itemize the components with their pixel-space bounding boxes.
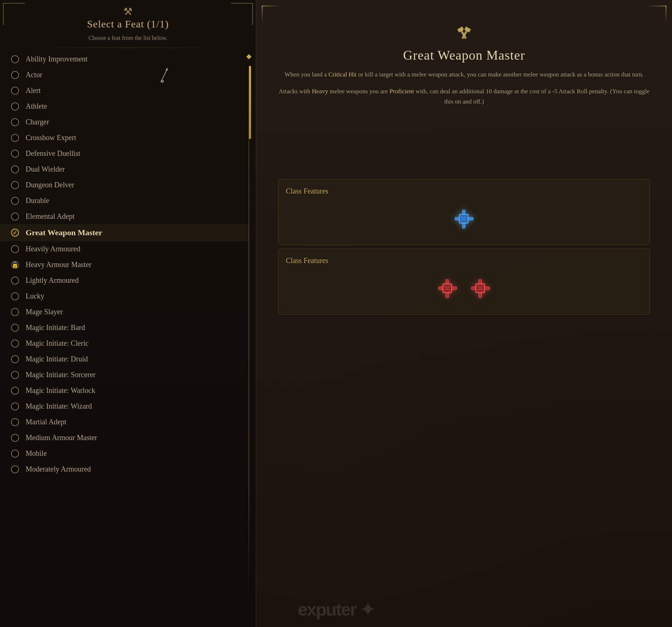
radio-empty (11, 371, 19, 379)
right-panel: Great Weapon Master When you land a Crit… (256, 0, 672, 627)
feat-item-defensive-duellist[interactable]: Defensive Duellist (0, 146, 249, 161)
radio-empty (11, 118, 19, 126)
feat-detail-title: Great Weapon Master (256, 48, 672, 63)
feat-item-actor[interactable]: Actor (0, 67, 249, 83)
radio-locked: 🔒 (11, 261, 19, 269)
radio-empty (11, 434, 19, 442)
scrollbar-thumb[interactable] (249, 66, 251, 139)
left-panel: ⚒ Select a Feat (1/1) Choose a feat from… (0, 0, 256, 627)
class-feature-label-2: Class Features (286, 256, 642, 265)
feature-icons-2 (286, 270, 642, 307)
radio-empty (11, 55, 19, 63)
feat-item-magic-initiate-sorcerer[interactable]: Magic Initiate: Sorcerer (0, 367, 249, 383)
radio-empty (11, 277, 19, 285)
radio-empty (11, 150, 19, 158)
feat-name-magic-initiate-warlock: Magic Initiate: Warlock (26, 386, 95, 395)
feature-icons-1 (286, 201, 642, 237)
feat-name-crossbow-expert: Crossbow Expert (26, 134, 76, 142)
class-feature-box-1: Class Features (278, 179, 650, 245)
feat-name-magic-initiate-wizard: Magic Initiate: Wizard (26, 402, 92, 410)
feature-icon-blue (451, 206, 477, 232)
feat-item-magic-initiate-wizard[interactable]: Magic Initiate: Wizard (0, 398, 249, 414)
feat-name-elemental-adept: Elemental Adept (26, 212, 75, 221)
feat-name-martial-adept: Martial Adept (26, 418, 67, 426)
feat-item-magic-initiate-cleric[interactable]: Magic Initiate: Cleric (0, 335, 249, 351)
panel-title: Select a Feat (1/1) (0, 18, 256, 30)
radio-empty (11, 402, 19, 410)
feat-item-lucky[interactable]: Lucky (0, 288, 249, 304)
feat-item-dungeon-delver[interactable]: Dungeon Delver (0, 177, 249, 193)
radio-empty (11, 324, 19, 332)
feat-name-durable: Durable (26, 196, 49, 205)
feat-icon-area (256, 26, 672, 47)
radio-empty (11, 165, 19, 173)
radio-empty (11, 418, 19, 426)
feat-description: When you land a Critical Hit or kill a t… (278, 70, 650, 107)
radio-empty (11, 450, 19, 458)
feat-name-magic-initiate-cleric: Magic Initiate: Cleric (26, 339, 89, 348)
feat-name-defensive-duellist: Defensive Duellist (26, 149, 80, 158)
radio-empty (11, 339, 19, 348)
feat-item-elemental-adept[interactable]: Elemental Adept (0, 209, 249, 224)
feat-name-athlete: Athlete (26, 102, 47, 110)
feat-name-mobile: Mobile (26, 449, 47, 458)
feat-name-great-weapon-master: Great Weapon Master (26, 228, 102, 237)
radio-empty (11, 465, 19, 473)
feat-item-medium-armour-master[interactable]: Medium Armour Master (0, 430, 249, 446)
feat-name-mage-slayer: Mage Slayer (26, 308, 63, 316)
feat-name-actor: Actor (26, 71, 42, 79)
feat-name-dual-wielder: Dual Wielder (26, 165, 65, 173)
feat-name-medium-armour-master: Medium Armour Master (26, 433, 97, 442)
feat-name-heavy-armour-master: Heavy Armour Master (26, 260, 92, 269)
feat-item-crossbow-expert[interactable]: Crossbow Expert (0, 130, 249, 146)
feat-name-charger: Charger (26, 118, 49, 126)
feat-name-magic-initiate-druid: Magic Initiate: Druid (26, 355, 88, 363)
radio-empty (11, 134, 19, 142)
feat-item-athlete[interactable]: Athlete (0, 98, 249, 114)
feat-name-dungeon-delver: Dungeon Delver (26, 181, 74, 189)
feat-name-lucky: Lucky (26, 292, 44, 300)
highlight-heavy: Heavy (312, 88, 328, 95)
feature-icon-red-1 (435, 276, 460, 301)
feat-item-moderately-armoured[interactable]: Moderately Armoured (0, 461, 249, 477)
feat-item-dual-wielder[interactable]: Dual Wielder (0, 161, 249, 177)
watermark: exputer ✦ (298, 599, 374, 620)
feat-item-martial-adept[interactable]: Martial Adept (0, 414, 249, 430)
feat-name-ability-improvement: Ability Improvement (26, 55, 87, 63)
feat-item-mage-slayer[interactable]: Mage Slayer (0, 304, 249, 320)
feat-item-lightly-armoured[interactable]: Lightly Armoured (0, 273, 249, 288)
lock-icon: 🔒 (11, 261, 19, 268)
radio-empty (11, 355, 19, 363)
feat-item-magic-initiate-warlock[interactable]: Magic Initiate: Warlock (0, 383, 249, 398)
feat-item-magic-initiate-druid[interactable]: Magic Initiate: Druid (0, 351, 249, 367)
radio-empty (11, 71, 19, 79)
class-feature-label-1: Class Features (286, 187, 642, 195)
radio-checked (11, 229, 19, 237)
feat-name-moderately-armoured: Moderately Armoured (26, 465, 91, 473)
class-feature-box-2: Class Features (278, 249, 650, 315)
feat-name-magic-initiate-bard: Magic Initiate: Bard (26, 323, 85, 332)
highlight-critical-hit: Critical Hit (328, 71, 356, 78)
feat-item-great-weapon-master[interactable]: Great Weapon Master (0, 224, 249, 241)
radio-empty (11, 213, 19, 221)
feat-name-alert: Alert (26, 86, 41, 95)
feat-item-ability-improvement[interactable]: Ability Improvement (0, 51, 249, 67)
svg-line-0 (157, 68, 171, 82)
feat-item-charger[interactable]: Charger (0, 114, 249, 130)
radio-empty (11, 181, 19, 189)
feat-item-heavy-armour-master[interactable]: 🔒Heavy Armour Master (0, 257, 249, 273)
scrollbar-track[interactable] (249, 55, 249, 598)
radio-empty (11, 387, 19, 395)
panel-top-icon: ⚒ (123, 5, 132, 18)
feat-list: Ability ImprovementActorAlertAthleteChar… (0, 51, 249, 627)
top-divider (15, 48, 241, 48)
feat-item-magic-initiate-bard[interactable]: Magic Initiate: Bard (0, 320, 249, 335)
feat-item-durable[interactable]: Durable (0, 193, 249, 209)
highlight-proficient: Proficient (389, 88, 414, 95)
feat-item-heavily-armoured[interactable]: Heavily Armoured (0, 241, 249, 257)
feat-item-alert[interactable]: Alert (0, 83, 249, 98)
feat-name-heavily-armoured: Heavily Armoured (26, 245, 80, 253)
panel-subtitle: Choose a feat from the list below. (0, 35, 256, 41)
feat-item-mobile[interactable]: Mobile (0, 446, 249, 461)
radio-empty (11, 245, 19, 253)
